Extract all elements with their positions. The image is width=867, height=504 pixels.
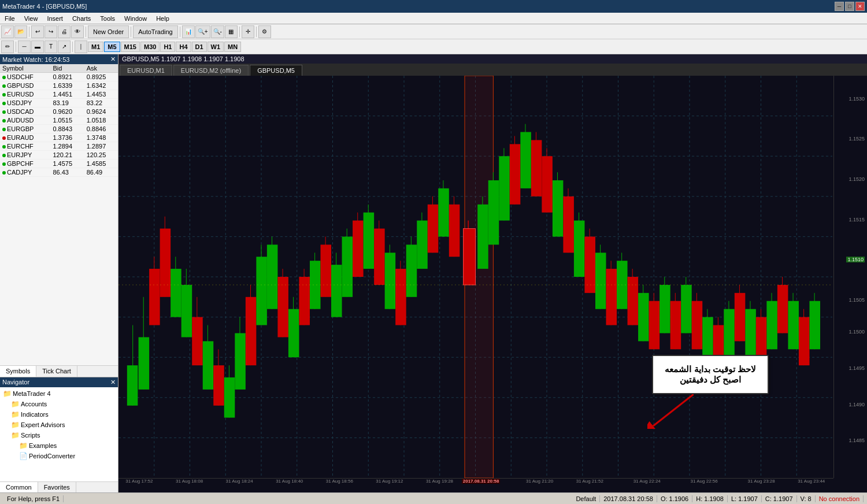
tab-symbols[interactable]: Symbols — [0, 366, 36, 377]
table-row[interactable]: CADJPY 86.43 86.49 — [0, 168, 118, 177]
table-row[interactable]: EURUSD 1.4451 1.4453 — [0, 90, 118, 99]
table-row[interactable]: EURAUD 1.3736 1.3748 — [0, 134, 118, 142]
hline-btn[interactable]: ▬ — [31, 40, 44, 53]
table-row[interactable]: USDJPY 83.19 83.22 — [0, 99, 118, 108]
period-m15[interactable]: M15 — [121, 42, 140, 52]
navigator-title: Navigator — [2, 379, 29, 386]
text-btn[interactable]: T — [45, 40, 57, 53]
new-order-btn[interactable]: New Order — [88, 25, 129, 38]
symbol-cell: USDJPY — [0, 99, 50, 108]
chart-btn[interactable]: ▦ — [225, 25, 238, 38]
nav-folder-icon: 📁 — [10, 420, 20, 429]
ask-cell: 1.3748 — [84, 134, 118, 142]
navigator-close[interactable]: ✕ — [110, 379, 116, 386]
nav-item[interactable]: 📁 Expert Advisors — [1, 420, 117, 430]
ask-cell: 0.8925 — [84, 73, 118, 81]
nav-item[interactable]: 📁 MetaTrader 4 — [1, 388, 117, 399]
market-watch-header: Market Watch: 16:24:53 ✕ — [0, 54, 118, 64]
indicators-btn[interactable]: 📊 — [182, 25, 195, 38]
svg-rect-31 — [139, 337, 150, 389]
symbol-cell: USDCAD — [0, 108, 50, 116]
nav-item[interactable]: 📁 Accounts — [1, 399, 117, 409]
period-d1[interactable]: D1 — [192, 42, 207, 52]
time-5: 31 Aug 18:56 — [326, 479, 353, 484]
table-row[interactable]: EURGBP 0.8843 0.8846 — [0, 125, 118, 134]
svg-rect-33 — [149, 269, 160, 325]
market-watch-tabs: Symbols Tick Chart — [0, 365, 118, 377]
zoom-in-btn[interactable]: 🔍+ — [195, 25, 210, 38]
period-m1[interactable]: M1 — [88, 42, 103, 52]
table-row[interactable]: EURJPY 120.21 120.25 — [0, 151, 118, 160]
options-btn[interactable]: ⚙ — [258, 25, 271, 38]
table-row[interactable]: GBPUSD 1.6339 1.6342 — [0, 81, 118, 90]
chart-tab-gbpusd-m5[interactable]: GBPUSD,M5 — [250, 65, 302, 76]
new-chart-btn[interactable]: 📈 — [1, 25, 14, 38]
nav-item[interactable]: 📁 Indicators — [1, 409, 117, 420]
menu-help[interactable]: Help — [151, 14, 174, 23]
maximize-button[interactable]: □ — [845, 2, 854, 11]
table-row[interactable]: EURCHF 1.2894 1.2897 — [0, 142, 118, 151]
nav-tab-favorites[interactable]: Favorites — [38, 482, 76, 492]
price-1515: 1.1515 — [849, 217, 865, 223]
ask-cell: 1.4585 — [84, 160, 118, 168]
svg-rect-55 — [267, 244, 278, 309]
col-symbol: Symbol — [0, 64, 50, 73]
menu-insert[interactable]: Insert — [42, 14, 68, 23]
period-w1[interactable]: W1 — [208, 42, 224, 52]
nav-item-label: MetaTrader 4 — [13, 390, 51, 397]
arrow-btn[interactable]: ↗ — [58, 40, 71, 53]
nav-tree: 📁 MetaTrader 4 📁 Accounts 📁 Indicators 📁… — [0, 387, 118, 462]
tab-tick-chart[interactable]: Tick Chart — [36, 366, 77, 377]
autotrading-btn[interactable]: AutoTrading — [133, 25, 178, 38]
draw-btn[interactable]: ✏ — [1, 40, 14, 53]
symbol-cell: USDCHF — [0, 73, 50, 81]
market-watch-table: Symbol Bid Ask USDCHF 0.8921 0.8925 GBPU… — [0, 64, 118, 365]
nav-item[interactable]: 📁 Scripts — [1, 430, 117, 440]
redo-btn[interactable]: ↪ — [45, 25, 57, 38]
chart-tab-eurusd-m1[interactable]: EURUSD,M1 — [120, 65, 172, 76]
period-m5[interactable]: M5 — [104, 42, 120, 52]
nav-folder-icon: 📁 — [2, 389, 12, 398]
svg-rect-152 — [788, 301, 799, 350]
period-m30[interactable]: M30 — [140, 42, 160, 52]
chart-main[interactable]: 1.1530 1.1525 1.1520 1.1515 1.1510 1.150… — [118, 76, 867, 492]
market-watch-close[interactable]: ✕ — [110, 55, 116, 63]
menu-charts[interactable]: Charts — [68, 14, 95, 23]
period-mn[interactable]: MN — [224, 42, 241, 52]
chart-tab-eurusd-m2[interactable]: EURUSD,M2 (offline) — [173, 65, 249, 76]
menu-window[interactable]: Window — [120, 14, 151, 23]
price-1485: 1.1485 — [849, 438, 865, 443]
svg-rect-70 — [342, 236, 353, 297]
nav-tab-common[interactable]: Common — [0, 482, 38, 492]
col-bid: Bid — [50, 64, 84, 73]
undo-btn[interactable]: ↩ — [31, 25, 44, 38]
period-h1[interactable]: H1 — [160, 42, 175, 52]
price-1490: 1.1490 — [849, 402, 865, 407]
menu-view[interactable]: View — [20, 14, 43, 23]
minimize-button[interactable]: ─ — [835, 2, 844, 11]
bid-cell: 86.43 — [50, 168, 84, 177]
print-preview-btn[interactable]: 👁 — [71, 25, 84, 38]
nav-folder-icon: 📄 — [18, 451, 28, 461]
menu-tools[interactable]: Tools — [95, 14, 120, 23]
table-row[interactable]: GBPCHF 1.4575 1.4585 — [0, 160, 118, 168]
table-row[interactable]: USDCHF 0.8921 0.8925 — [0, 73, 118, 81]
nav-item[interactable]: 📄 PeriodConverter — [1, 451, 117, 461]
svg-rect-134 — [692, 301, 703, 350]
chart-tabs: EURUSD,M1 EURUSD,M2 (offline) GBPUSD,M5 — [118, 64, 867, 76]
market-watch-title: Market Watch: 16:24:53 — [2, 56, 69, 63]
close-button[interactable]: ✕ — [855, 2, 865, 11]
period-h4[interactable]: H4 — [176, 42, 191, 52]
table-row[interactable]: USDCAD 0.9620 0.9624 — [0, 108, 118, 116]
line-btn[interactable]: ─ — [18, 40, 31, 53]
time-1: 31 Aug 17:52 — [125, 479, 153, 484]
zoom-out-btn[interactable]: 🔍- — [211, 25, 224, 38]
crosshair-btn[interactable]: ✛ — [242, 25, 254, 38]
nav-item[interactable]: 📁 Examples — [1, 440, 117, 451]
menu-file[interactable]: File — [0, 14, 20, 23]
annotation-box: لاحظ توقيت بداية الشمعه اصبح كل دفيقتين — [652, 355, 769, 394]
open-btn[interactable]: 📂 — [14, 25, 27, 38]
print-btn[interactable]: 🖨 — [58, 25, 71, 38]
table-row[interactable]: AUDUSD 1.0515 1.0518 — [0, 116, 118, 125]
title-bar: MetaTrader 4 - [GBPUSD,M5] ─ □ ✕ — [0, 0, 867, 13]
